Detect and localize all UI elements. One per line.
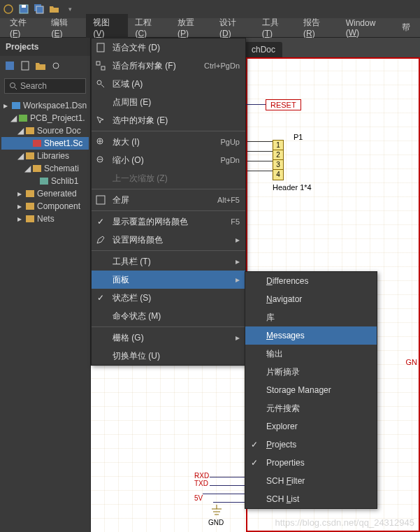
svg-point-7	[53, 63, 59, 69]
tree-item[interactable]: ▸Generated	[1, 187, 89, 200]
submenu-item[interactable]: SCH Filter	[245, 472, 377, 490]
menu-item[interactable]: 缩小 (O)PgDn	[92, 151, 245, 169]
projects-panel: Projects Search ▸Workspace1.Dsn◢PCB_Proj…	[0, 38, 91, 532]
svg-rect-6	[22, 62, 29, 70]
svg-rect-16	[40, 178, 48, 185]
tree-item[interactable]: ◢Libraries	[1, 150, 89, 162]
net-label-gn: GN	[406, 358, 418, 366]
menubar: 文件 (F) 编辑 (E) 视图 (V) 工程 (C) 放置 (P) 设计 (D…	[0, 18, 420, 38]
net-label-txd: TXD	[194, 480, 208, 487]
tab-schdoc[interactable]: chDoc	[245, 42, 282, 57]
svg-rect-34	[96, 196, 105, 204]
tree-item[interactable]: ◢PCB_Project1.	[1, 112, 89, 124]
svg-rect-12	[26, 127, 34, 134]
tree-item[interactable]: ◢Schemati	[1, 162, 89, 175]
menu-item[interactable]: 点周围 (E)	[92, 93, 245, 111]
submenu-item[interactable]: 输出	[245, 345, 377, 363]
svg-point-0	[4, 5, 13, 13]
menu-item[interactable]: ✓显示覆盖的网络颜色F5	[92, 213, 245, 231]
svg-rect-15	[33, 165, 41, 172]
svg-rect-10	[12, 102, 20, 109]
projects-title: Projects	[0, 38, 90, 56]
menu-item[interactable]: 放大 (I)PgUp	[92, 133, 245, 151]
tree-item[interactable]: Schlib1	[1, 175, 89, 187]
submenu-item[interactable]: Storage Manager	[245, 381, 377, 399]
doc-icon[interactable]	[20, 60, 31, 71]
tree-item[interactable]: ▸Workspace1.Dsn	[1, 99, 89, 112]
save-all-icon[interactable]	[34, 3, 45, 15]
watermark: https://blog.csdn.net/qq_24312945	[275, 517, 415, 528]
svg-rect-25	[96, 62, 100, 65]
component-header[interactable]: 1 2 3 4	[273, 140, 284, 180]
svg-rect-19	[26, 215, 34, 222]
submenu-item[interactable]: Navigator	[245, 290, 377, 308]
svg-rect-11	[19, 115, 27, 122]
folder-icon[interactable]	[35, 60, 46, 71]
menu-item[interactable]: 全屏Alt+F5	[92, 191, 245, 209]
svg-rect-24	[97, 43, 104, 52]
save-icon[interactable]	[4, 60, 15, 71]
gear-icon[interactable]	[50, 60, 61, 71]
submenu-item[interactable]: SCH List	[245, 490, 377, 508]
net-label-reset[interactable]: RESET	[266, 99, 301, 110]
svg-point-8	[10, 83, 15, 88]
submenu-item[interactable]: 库	[245, 308, 377, 326]
menu-window[interactable]: Window (W)	[339, 15, 395, 41]
tree-item[interactable]: ◢Source Doc	[1, 124, 89, 137]
view-dropdown: 适合文件 (D)适合所有对象 (F)Ctrl+PgDn区域 (A)点周围 (E)…	[91, 38, 246, 366]
menu-item[interactable]: 设置网络颜色▸	[92, 231, 245, 249]
save-icon[interactable]	[18, 3, 29, 15]
search-input[interactable]: Search	[4, 78, 86, 94]
menu-item[interactable]: 栅格 (G)▸	[92, 329, 245, 347]
svg-rect-14	[26, 152, 34, 159]
tree-item[interactable]: ▸Nets	[1, 213, 89, 225]
svg-point-27	[97, 80, 101, 85]
submenu-item[interactable]: Messages	[245, 326, 377, 345]
svg-rect-4	[36, 6, 43, 13]
submenu-item[interactable]: Differences	[245, 272, 377, 290]
projects-toolbar	[0, 56, 90, 76]
net-label-rxd: RXD	[194, 472, 209, 480]
tree-item[interactable]: Sheet1.Sc	[1, 137, 89, 150]
projects-tree: ▸Workspace1.Dsn◢PCB_Project1.◢Source Doc…	[0, 96, 90, 228]
gnd-symbol	[211, 505, 222, 517]
svg-rect-2	[22, 5, 26, 8]
svg-rect-5	[6, 62, 14, 70]
menu-item[interactable]: 切换单位 (U)	[92, 347, 245, 365]
dropdown-icon[interactable]: ▾	[64, 3, 75, 15]
search-placeholder: Search	[20, 81, 47, 91]
designator-p1: P1	[294, 133, 303, 141]
menu-item[interactable]: 区域 (A)	[92, 75, 245, 93]
menu-help[interactable]: 帮	[395, 19, 417, 36]
component-label: Header 1*4	[273, 183, 312, 192]
svg-rect-13	[33, 140, 41, 147]
app-icon	[3, 3, 14, 15]
menu-item[interactable]: 适合所有对象 (F)Ctrl+PgDn	[92, 57, 245, 75]
open-icon[interactable]	[49, 3, 60, 15]
tree-item[interactable]: ▸Component	[1, 200, 89, 213]
svg-rect-17	[26, 190, 34, 197]
menu-item[interactable]: 上一次缩放 (Z)	[92, 169, 245, 187]
submenu-item[interactable]: 元件搜索	[245, 399, 377, 417]
menu-item[interactable]: 面板▸	[92, 271, 245, 289]
net-label-5v: 5V	[194, 494, 203, 502]
menu-item[interactable]: ✓状态栏 (S)	[92, 289, 245, 307]
menu-item[interactable]: 适合文件 (D)	[92, 38, 245, 57]
submenu-item[interactable]: 片断摘录	[245, 363, 377, 381]
svg-line-9	[15, 87, 17, 89]
submenu-item[interactable]: ✓Properties	[245, 454, 377, 472]
svg-rect-18	[26, 203, 34, 210]
net-label-gnd: GND	[208, 519, 224, 526]
menu-item[interactable]: 命令状态 (M)	[92, 307, 245, 325]
menu-item[interactable]: 工具栏 (T)▸	[92, 252, 245, 271]
submenu-item[interactable]: ✓Projects	[245, 436, 377, 454]
panel-submenu: DifferencesNavigator库Messages输出片断摘录Stora…	[245, 271, 377, 509]
svg-rect-26	[101, 66, 105, 70]
search-icon	[9, 82, 17, 90]
menu-item[interactable]: 选中的对象 (E)	[92, 111, 245, 129]
submenu-item[interactable]: Explorer	[245, 417, 377, 436]
svg-line-28	[101, 85, 104, 87]
